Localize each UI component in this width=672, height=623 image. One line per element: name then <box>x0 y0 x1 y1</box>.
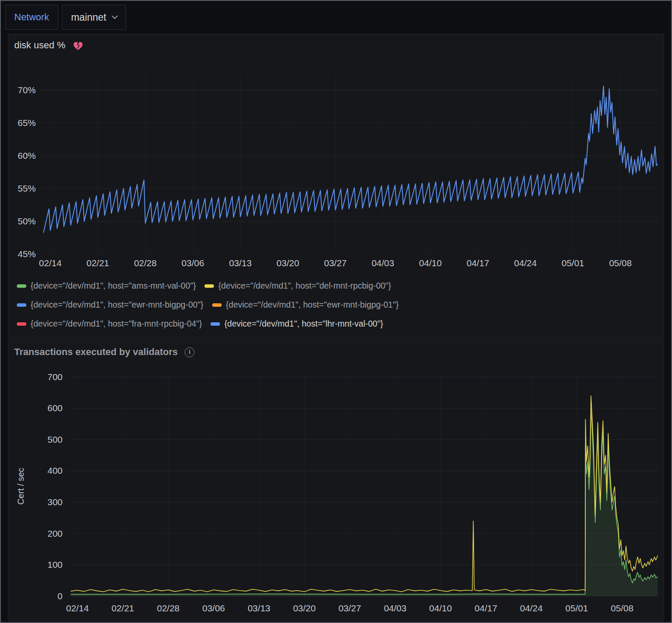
x-tick-label: 03/06 <box>202 603 225 614</box>
x-tick-label: 03/13 <box>248 603 270 614</box>
disk-chart-y-axis: 45%50%55%60%65%70% <box>14 73 37 254</box>
panel-disk-used: disk used % 45%50%55%60%65%70% 02/1402/2… <box>8 34 664 341</box>
disk-chart-plot-area[interactable] <box>40 73 658 254</box>
x-tick-label: 03/27 <box>339 603 361 614</box>
network-variable-dropdown[interactable]: mainnet <box>62 5 126 30</box>
y-tick-label: 60% <box>18 151 36 161</box>
x-tick-label: 02/21 <box>86 258 109 268</box>
x-tick-label: 03/06 <box>182 258 204 268</box>
x-tick-label: 04/17 <box>467 258 490 268</box>
legend-item[interactable]: {device="/dev/md1", host="del-mnt-rpcbig… <box>204 281 391 291</box>
legend-row: {device="/dev/md1", host="ewr-mnt-bigpg-… <box>17 300 658 310</box>
y-tick-label: 500 <box>47 434 63 445</box>
y-tick-label: 200 <box>47 529 63 539</box>
x-tick-label: 05/08 <box>611 603 634 614</box>
x-tick-label: 05/08 <box>609 258 632 268</box>
panel-transactions: Transactions executed by validators i Ce… <box>8 342 664 621</box>
legend-item[interactable]: {device="/dev/md1", host="ams-mnt-val-00… <box>17 281 196 291</box>
y-tick-label: 100 <box>47 560 63 570</box>
tx-chart-plot-area[interactable] <box>68 373 658 599</box>
y-tick-label: 400 <box>47 466 63 476</box>
legend-series-swatch <box>17 322 26 326</box>
legend-item[interactable]: {device="/dev/md1", host="fra-mnt-rpcbig… <box>17 319 202 329</box>
dashboard-variables-bar: Network mainnet <box>1 1 671 34</box>
y-tick-label: 45% <box>18 249 36 259</box>
legend-series-label: {device="/dev/md1", host="ams-mnt-val-00… <box>31 281 196 291</box>
x-tick-label: 02/14 <box>66 603 89 614</box>
y-tick-label: 55% <box>18 183 36 194</box>
panel-title-transactions[interactable]: Transactions executed by validators <box>14 346 178 358</box>
x-tick-label: 04/24 <box>514 258 537 268</box>
disk-used-legend: {device="/dev/md1", host="ams-mnt-val-00… <box>17 281 658 329</box>
y-tick-label: 300 <box>47 497 63 507</box>
x-tick-label: 05/01 <box>562 258 584 268</box>
chevron-down-icon[interactable] <box>111 13 117 19</box>
legend-item[interactable]: {device="/dev/md1", host="ewr-mnt-bigpg-… <box>212 300 399 310</box>
network-variable-label: Network <box>14 12 49 23</box>
broken-heart-icon <box>72 40 84 51</box>
transactions-chart: Cert / sec 0100200300400500600700 02/140… <box>14 373 658 617</box>
legend-row: {device="/dev/md1", host="ams-mnt-val-00… <box>17 281 658 291</box>
x-tick-label: 05/01 <box>565 603 588 614</box>
x-tick-label: 04/17 <box>474 603 497 614</box>
x-tick-label: 03/20 <box>293 603 316 614</box>
x-tick-label: 04/10 <box>419 258 442 268</box>
tx-chart-y-axis: 0100200300400500600700 <box>31 373 63 599</box>
x-tick-label: 02/28 <box>157 603 180 614</box>
x-tick-label: 04/03 <box>384 603 407 614</box>
x-tick-label: 04/24 <box>520 603 543 614</box>
legend-series-swatch <box>212 303 222 307</box>
x-tick-label: 03/27 <box>324 258 347 268</box>
tx-chart-x-axis: 02/1402/2102/2803/0603/1303/2003/2704/03… <box>68 599 658 617</box>
legend-series-label: {device="/dev/md1", host="lhr-mnt-val-00… <box>224 319 383 329</box>
x-tick-label: 04/10 <box>429 603 452 614</box>
x-tick-label: 02/21 <box>111 603 134 614</box>
info-icon[interactable]: i <box>185 347 195 357</box>
disk-used-chart: 45%50%55%60%65%70% 02/1402/2102/2803/060… <box>14 73 658 270</box>
disk-chart-x-axis: 02/1402/2102/2803/0603/1303/2003/2704/03… <box>40 254 658 270</box>
y-axis-title: Cert / sec <box>14 373 27 599</box>
x-tick-label: 04/03 <box>371 258 394 268</box>
legend-series-swatch <box>210 322 220 326</box>
network-variable-label-box: Network <box>5 5 58 30</box>
legend-item[interactable]: {device="/dev/md1", host="lhr-mnt-val-00… <box>210 319 383 329</box>
x-tick-label: 03/20 <box>276 258 299 268</box>
legend-series-swatch <box>17 284 26 288</box>
legend-series-label: {device="/dev/md1", host="del-mnt-rpcbig… <box>218 281 391 291</box>
legend-series-label: {device="/dev/md1", host="ewr-mnt-bigpg-… <box>226 300 399 310</box>
y-tick-label: 50% <box>18 216 36 227</box>
y-tick-label: 65% <box>18 118 36 128</box>
legend-series-label: {device="/dev/md1", host="ewr-mnt-bigpg-… <box>31 300 204 310</box>
y-tick-label: 70% <box>18 85 36 95</box>
x-tick-label: 02/14 <box>39 258 62 268</box>
y-tick-label: 600 <box>47 403 63 413</box>
panel-title-disk-used[interactable]: disk used % <box>14 40 66 51</box>
legend-row: {device="/dev/md1", host="fra-mnt-rpcbig… <box>17 319 658 329</box>
legend-item[interactable]: {device="/dev/md1", host="ewr-mnt-bigpg-… <box>17 300 204 310</box>
grafana-dashboard: Network mainnet disk used % 45%50%55%60%… <box>0 0 672 623</box>
x-tick-label: 03/13 <box>229 258 252 268</box>
legend-series-label: {device="/dev/md1", host="fra-mnt-rpcbig… <box>31 319 202 329</box>
x-tick-label: 02/28 <box>134 258 157 268</box>
legend-series-swatch <box>17 303 26 307</box>
y-tick-label: 700 <box>47 372 63 382</box>
network-variable-value[interactable]: mainnet <box>71 12 107 23</box>
legend-series-swatch <box>204 284 214 288</box>
y-tick-label: 0 <box>57 591 63 601</box>
